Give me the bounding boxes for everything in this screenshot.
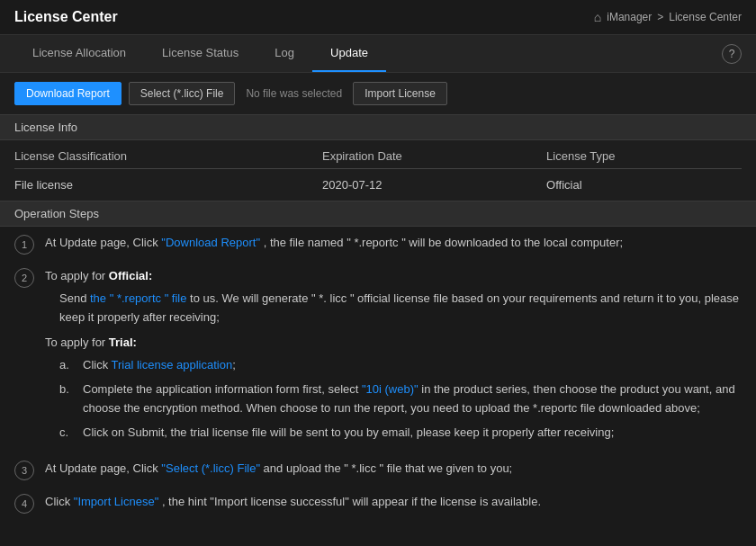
steps-section: 1 At Update page, Click "Download Report…: [0, 227, 756, 541]
step-1-content: At Update page, Click "Download Report" …: [45, 234, 742, 253]
step-1: 1 At Update page, Click "Download Report…: [14, 234, 742, 255]
cell-classification: File license: [14, 169, 322, 201]
step-number-3: 3: [14, 461, 34, 480]
tab-license-allocation[interactable]: License Allocation: [14, 35, 144, 72]
breadcrumb-separator: >: [657, 11, 663, 23]
step-number-4: 4: [14, 494, 34, 514]
step-2-official-header: To apply for Official:: [45, 267, 742, 286]
import-license-button[interactable]: Import License: [353, 82, 447, 105]
step-3: 3 At Update page, Click "Select (*.licc)…: [14, 460, 742, 480]
sub-c-content: Click on Submit, the trial license file …: [83, 424, 614, 443]
tabs: License Allocation License Status Log Up…: [14, 35, 386, 72]
tab-update[interactable]: Update: [312, 35, 386, 72]
breadcrumb-license-center: License Center: [669, 11, 742, 23]
top-bar: License Center ⌂ iManager > License Cent…: [0, 0, 756, 35]
trial-label: Trial:: [109, 336, 137, 349]
trial-license-link[interactable]: Trial license application: [112, 358, 233, 371]
sub-label-c: c.: [59, 424, 76, 443]
step-2-content: To apply for Official: Send the " *.repo…: [45, 267, 742, 447]
sub-b-content: Complete the application information for…: [83, 380, 742, 418]
tab-license-status[interactable]: License Status: [144, 35, 256, 72]
sub-step-b: b. Complete the application information …: [59, 380, 742, 418]
official-label: Official:: [109, 269, 152, 282]
select-file-button[interactable]: Select (*.licc) File: [129, 82, 236, 105]
toolbar: Download Report Select (*.licc) File No …: [0, 73, 756, 114]
home-icon: ⌂: [594, 10, 601, 24]
sub-step-c: c. Click on Submit, the trial license fi…: [59, 424, 742, 443]
breadcrumb: ⌂ iManager > License Center: [594, 10, 742, 24]
sub-a-content: Click Trial license application;: [83, 356, 236, 375]
license-info-header: License Info: [0, 114, 756, 140]
col-type: License Type: [546, 140, 742, 169]
col-expiration: Expiration Date: [322, 140, 546, 169]
sub-label-a: a.: [59, 356, 76, 375]
table-row: File license 2020-07-12 Official: [14, 169, 742, 201]
sub-step-a: a. Click Trial license application;: [59, 356, 742, 375]
step-3-content: At Update page, Click "Select (*.licc) F…: [45, 460, 742, 479]
step-2: 2 To apply for Official: Send the " *.re…: [14, 267, 742, 447]
step-4-content: Click "Import Licnese" , the hint "Impor…: [45, 493, 742, 512]
download-report-link[interactable]: "Download Report": [161, 236, 260, 249]
step-2-official-body: Send the " *.reportc " file to us. We wi…: [59, 290, 742, 327]
license-info-table: License Classification Expiration Date L…: [0, 140, 756, 201]
no-file-text: No file was selected: [246, 87, 342, 100]
breadcrumb-imanager: iManager: [607, 11, 652, 23]
step-2-trial-body: a. Click Trial license application; b. C…: [59, 356, 742, 442]
tab-bar: License Allocation License Status Log Up…: [0, 35, 756, 73]
cell-expiration: 2020-07-12: [322, 169, 546, 201]
operation-steps-header: Operation Steps: [0, 201, 756, 227]
download-report-button[interactable]: Download Report: [14, 82, 122, 105]
tab-log[interactable]: Log: [256, 35, 312, 72]
10i-web-link[interactable]: "10i (web)": [362, 382, 418, 396]
step-number-1: 1: [14, 235, 34, 255]
page-title: License Center: [14, 9, 118, 25]
step-2-trial-header: To apply for Trial:: [45, 334, 742, 353]
col-classification: License Classification: [14, 140, 322, 169]
help-icon[interactable]: ?: [722, 44, 742, 64]
step-4: 4 Click "Import Licnese" , the hint "Imp…: [14, 493, 742, 514]
import-license-link[interactable]: "Import Licnese": [74, 495, 159, 508]
sub-label-b: b.: [59, 380, 76, 399]
step-number-2: 2: [14, 268, 34, 288]
cell-type: Official: [546, 169, 742, 201]
reportc-file-link[interactable]: the " *.reportc " file: [90, 291, 187, 305]
select-file-link[interactable]: "Select (*.licc) File": [161, 461, 260, 475]
